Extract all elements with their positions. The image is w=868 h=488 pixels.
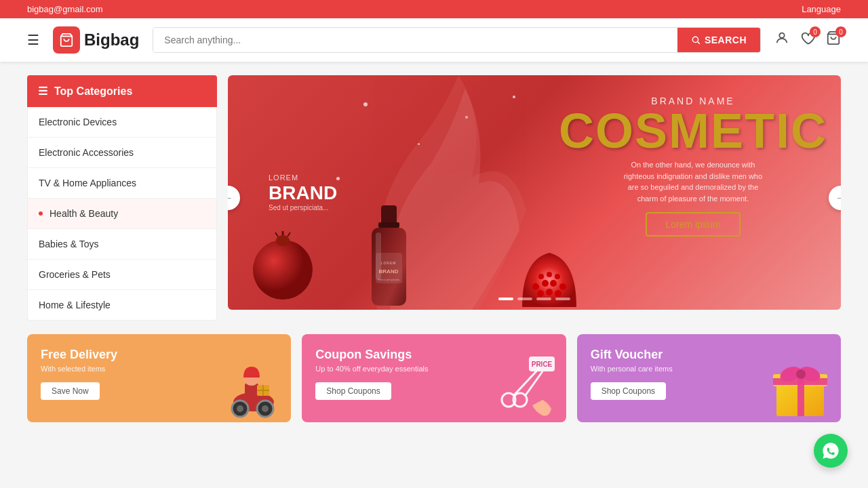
banner-cta-button[interactable]: Lorem ipsum xyxy=(646,212,741,237)
svg-point-32 xyxy=(262,405,269,412)
search-input[interactable] xyxy=(153,28,677,52)
sidebar-item-label: Babies & Toys xyxy=(39,239,98,249)
main-content: ☰ Top Categories Electronic Devices Elec… xyxy=(0,62,868,334)
wishlist-icon[interactable]: 0 xyxy=(800,30,815,49)
logo-text: Bigbag xyxy=(84,30,139,49)
top-bar-email: bigbag@gmail.com xyxy=(27,4,102,14)
sidebar-item-electronic-devices[interactable]: Electronic Devices xyxy=(28,107,216,138)
banner-dot-1[interactable] xyxy=(498,298,513,300)
banner-dot-2[interactable] xyxy=(517,298,532,300)
account-icon[interactable] xyxy=(774,30,789,49)
svg-point-27 xyxy=(555,274,560,279)
svg-point-21 xyxy=(559,283,566,290)
header-icons: 0 0 xyxy=(774,30,841,49)
wishlist-badge: 0 xyxy=(810,26,821,37)
sidebar-title: Top Categories xyxy=(54,85,132,98)
banner-dot-3[interactable] xyxy=(536,298,551,300)
splash-svg xyxy=(309,75,540,310)
sidebar-item-dot xyxy=(39,211,43,216)
sidebar-item-label: TV & Home Appliances xyxy=(39,178,136,188)
promo-btn-delivery[interactable]: Save Now xyxy=(41,382,100,400)
svg-text:LOREM: LOREM xyxy=(381,261,397,265)
banner-dot-4[interactable] xyxy=(555,298,570,300)
search-bar: SEARCH xyxy=(153,27,761,53)
svg-rect-33 xyxy=(245,383,258,402)
hamburger-icon[interactable]: ☰ xyxy=(27,32,39,48)
top-bar-language[interactable]: Language xyxy=(802,4,841,14)
svg-rect-11 xyxy=(378,222,399,228)
svg-point-6 xyxy=(276,235,290,246)
svg-point-22 xyxy=(537,290,544,297)
svg-text:PRICE: PRICE xyxy=(531,361,552,368)
logo[interactable]: Bigbag xyxy=(53,26,139,54)
sidebar-item-tv-home-appliances[interactable]: TV & Home Appliances xyxy=(28,168,216,199)
pomegranate-whole xyxy=(245,226,320,303)
sidebar-item-label: Groceries & Pets xyxy=(39,269,111,280)
banner-area: LOREM BRAND Sed ut perspiciata... xyxy=(228,75,841,321)
logo-icon xyxy=(53,26,80,54)
svg-point-30 xyxy=(237,405,243,412)
scissors-svg: PRICE xyxy=(492,351,559,419)
svg-point-3 xyxy=(779,33,784,38)
gift-svg xyxy=(766,351,834,419)
banner-brand-label: BRAND xyxy=(269,183,337,204)
sidebar-item-label: Home & Lifestyle xyxy=(39,300,111,310)
svg-point-26 xyxy=(538,274,544,279)
splash-container xyxy=(309,75,540,310)
cart-badge: 0 xyxy=(835,26,846,37)
svg-point-18 xyxy=(532,283,539,290)
sidebar-item-health-beauty[interactable]: Health & Beauty xyxy=(28,199,216,229)
sidebar-item-home-lifestyle[interactable]: Home & Lifestyle xyxy=(28,290,216,320)
svg-line-2 xyxy=(698,42,700,44)
svg-point-25 xyxy=(547,272,552,277)
sidebar-item-label: Health & Beauty xyxy=(50,208,118,219)
promo-section: Free Delivery With selected items Save N… xyxy=(0,334,868,436)
bag-icon xyxy=(59,33,74,47)
banner-slide: LOREM BRAND Sed ut perspiciata... xyxy=(228,75,841,310)
svg-point-24 xyxy=(555,290,561,297)
banner-brand-desc: Sed ut perspiciata... xyxy=(269,204,337,211)
svg-text:Sed ut perspiciata: Sed ut perspiciata xyxy=(378,278,400,281)
sidebar-header: ☰ Top Categories xyxy=(27,75,217,107)
banner-cosmetic-text: COSMETIC xyxy=(559,106,827,155)
svg-point-5 xyxy=(253,240,313,300)
svg-point-1 xyxy=(692,37,698,42)
delivery-illustration xyxy=(216,348,284,422)
banner-dots xyxy=(498,298,570,300)
banner-brand-name: BRAND NAME xyxy=(559,96,827,106)
banner-right-content: BRAND NAME COSMETIC On the other hand, w… xyxy=(559,96,827,237)
promo-card-free-delivery: Free Delivery With selected items Save N… xyxy=(27,334,291,422)
promo-card-gift: Gift Voucher With personal care items Sh… xyxy=(577,334,841,422)
svg-line-8 xyxy=(275,232,278,237)
pomegranate-svg xyxy=(245,226,320,300)
coupon-illustration: PRICE xyxy=(492,351,559,419)
sidebar-item-label: Electronic Devices xyxy=(39,117,117,127)
search-icon xyxy=(691,35,701,45)
sidebar-item-groceries-pets[interactable]: Groceries & Pets xyxy=(28,260,216,290)
sidebar-item-babies-toys[interactable]: Babies & Toys xyxy=(28,229,216,260)
top-bar: bigbag@gmail.com Language xyxy=(0,0,868,18)
sidebar-menu: Electronic Devices Electronic Accessorie… xyxy=(27,107,217,321)
user-icon xyxy=(774,30,789,45)
gift-illustration xyxy=(766,351,834,419)
svg-line-9 xyxy=(288,232,290,237)
promo-btn-gift[interactable]: Shop Coupons xyxy=(591,382,666,400)
bottle-svg: LOREM BRAND Sed ut perspiciata xyxy=(363,202,414,307)
bottle-container: LOREM BRAND Sed ut perspiciata xyxy=(363,202,414,310)
search-button[interactable]: SEARCH xyxy=(677,28,760,52)
cart-icon[interactable]: 0 xyxy=(826,30,841,49)
sidebar: ☰ Top Categories Electronic Devices Elec… xyxy=(27,75,217,321)
svg-point-23 xyxy=(546,289,553,296)
delivery-svg xyxy=(216,348,284,422)
sidebar-item-electronic-accessories[interactable]: Electronic Accessories xyxy=(28,138,216,168)
promo-card-coupon: Coupon Savings Up to 40% off everyday es… xyxy=(302,334,566,422)
svg-rect-47 xyxy=(773,378,827,385)
svg-text:BRAND: BRAND xyxy=(379,268,399,274)
sidebar-item-label: Electronic Accessories xyxy=(39,147,134,158)
header: ☰ Bigbag SEARCH xyxy=(0,18,868,62)
banner-left-content: LOREM BRAND Sed ut perspiciata... xyxy=(269,174,337,211)
banner-body-text: On the other hand, we denounce with righ… xyxy=(618,159,768,204)
banner-lorem-label: LOREM xyxy=(269,174,337,182)
sidebar-menu-icon: ☰ xyxy=(38,85,47,98)
promo-btn-coupon[interactable]: Shop Coupons xyxy=(315,382,391,400)
